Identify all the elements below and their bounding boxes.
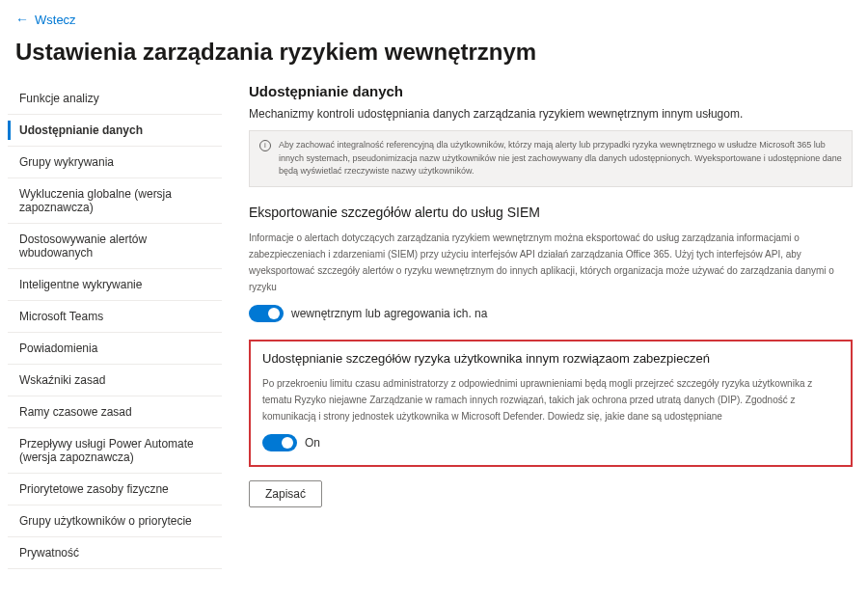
siem-toggle-label: wewnętrznym lub agregowania ich. na: [291, 307, 487, 320]
settings-sidebar: Funkcje analizy Udostępnianie danych Gru…: [8, 83, 230, 569]
info-icon: i: [259, 140, 271, 151]
section-title: Udostępnianie danych: [249, 83, 853, 99]
toggle-knob: [268, 308, 280, 319]
sidebar-item-notifications[interactable]: Powiadomienia: [8, 333, 222, 365]
siem-export-description: Informacje o alertach dotyczących zarząd…: [249, 230, 853, 295]
sidebar-item-detection-groups[interactable]: Grupy wykrywania: [8, 147, 222, 178]
sidebar-item-data-sharing[interactable]: Udostępnianie danych: [8, 115, 222, 147]
sidebar-item-privacy[interactable]: Prywatność: [8, 537, 222, 569]
risk-sharing-highlighted-section: Udostępnianie szczegółów ryzyka użytkown…: [249, 340, 853, 467]
toggle-knob: [282, 437, 293, 449]
main-panel: Udostępnianie danych Mechanizmy kontroli…: [230, 83, 860, 569]
risk-sharing-toggle-label: On: [305, 436, 320, 450]
sidebar-item-policy-indicators[interactable]: Wskaźniki zasad: [8, 365, 222, 396]
risk-sharing-title: Udostępnianie szczegółów ryzyka użytkown…: [262, 351, 839, 366]
section-subtitle: Mechanizmy kontroli udostępniania danych…: [249, 107, 853, 121]
risk-sharing-toggle[interactable]: [262, 434, 297, 451]
sidebar-item-priority-physical-assets[interactable]: Priorytetowe zasoby fizyczne: [8, 474, 222, 505]
sidebar-item-customize-alerts[interactable]: Dostosowywanie alertów wbudowanych: [8, 224, 222, 269]
sidebar-item-intelligent-detection[interactable]: Inteligentne wykrywanie: [8, 269, 222, 301]
sidebar-item-priority-user-groups[interactable]: Grupy użytkowników o priorytecie: [8, 505, 222, 537]
sidebar-item-analysis-features[interactable]: Funkcje analizy: [8, 83, 222, 115]
info-banner: i Aby zachować integralność referencyjną…: [249, 130, 853, 187]
info-text: Aby zachować integralność referencyjną d…: [279, 139, 842, 178]
siem-export-title: Eksportowanie szczegółów alertu do usług…: [249, 205, 853, 220]
risk-sharing-description: Po przekroeniu limitu czasu administrato…: [262, 375, 839, 424]
sidebar-item-global-exclusions[interactable]: Wykluczenia globalne (wersja zapoznawcza…: [8, 178, 222, 224]
back-label: Wstecz: [35, 13, 76, 27]
sidebar-item-policy-timeframes[interactable]: Ramy czasowe zasad: [8, 396, 222, 428]
back-arrow-icon: ←: [15, 12, 29, 27]
sidebar-item-microsoft-teams[interactable]: Microsoft Teams: [8, 301, 222, 333]
page-title: Ustawienia zarządzania ryzykiem wewnętrz…: [0, 35, 868, 83]
save-button[interactable]: Zapisać: [249, 480, 322, 507]
sidebar-item-power-automate-flows[interactable]: Przepływy usługi Power Automate (wersja …: [8, 428, 222, 474]
siem-export-toggle[interactable]: [249, 305, 284, 322]
back-link[interactable]: ← Wstecz: [0, 0, 868, 35]
